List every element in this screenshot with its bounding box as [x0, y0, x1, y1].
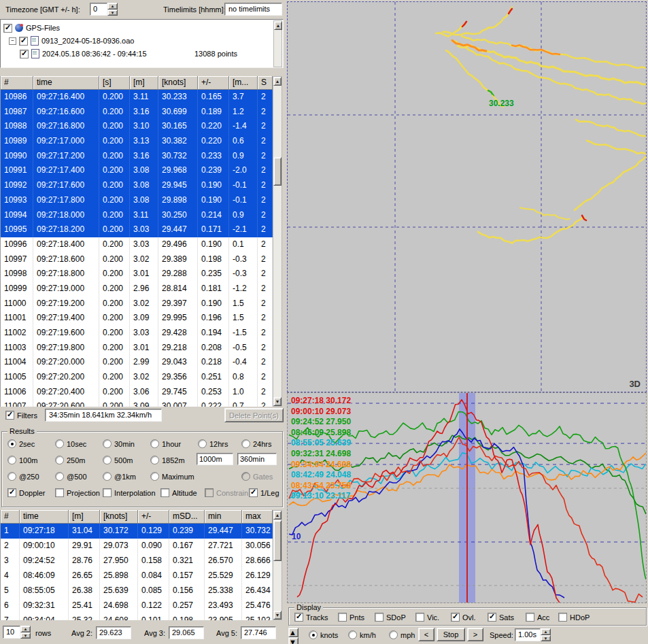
- result-gate-1km[interactable]: @1km: [103, 471, 136, 481]
- scroll-thumb[interactable]: [273, 157, 282, 186]
- scroll-up-icon[interactable]: ▲: [273, 77, 282, 86]
- unit-km-h[interactable]: km/h: [348, 630, 376, 640]
- table-row[interactable]: 1099909:27:19.0000.2002.9628.8140.181-1.…: [1, 282, 273, 296]
- results-table-scrollbar[interactable]: ▲ ▼: [273, 510, 282, 620]
- table-row[interactable]: 1099209:27:17.6000.2003.0829.9450.190-0.…: [1, 178, 273, 193]
- result-interval-30min[interactable]: 30min: [103, 439, 135, 449]
- check-icon[interactable]: [249, 488, 258, 497]
- rows-spinner[interactable]: 10 ▲ ▼: [3, 626, 31, 639]
- table-row[interactable]: 408:46:0926.6525.8980.0840.15725.52926.1…: [1, 569, 273, 583]
- column-header[interactable]: S: [258, 76, 273, 90]
- table-row[interactable]: 609:32:3125.4124.6980.1220.25723.49325.4…: [1, 598, 273, 613]
- timelimits-field[interactable]: no timelimits: [224, 3, 282, 16]
- table-row[interactable]: 508:55:0526.3825.6390.0850.15625.33826.4…: [1, 583, 273, 598]
- column-header[interactable]: #: [1, 510, 20, 524]
- column-header[interactable]: max: [242, 510, 273, 524]
- table-row[interactable]: 109:27:1831.0430.1720.1290.23929.44730.7…: [1, 524, 273, 539]
- column-header[interactable]: #: [1, 76, 33, 90]
- check-icon[interactable]: [415, 613, 424, 622]
- table-row[interactable]: 1098809:27:16.8000.2003.1030.1650.220-1.…: [1, 119, 273, 134]
- result-distance-500m[interactable]: 500m: [103, 455, 133, 465]
- column-header[interactable]: [knots]: [100, 510, 138, 524]
- result-gate-500[interactable]: @500: [55, 471, 87, 481]
- table-row[interactable]: 1099109:27:17.4000.2003.0829.9680.239-2.…: [1, 163, 273, 178]
- column-header[interactable]: [m]: [69, 510, 100, 524]
- replay-speed-value[interactable]: 1.00s: [515, 628, 541, 641]
- display-option-tracks[interactable]: Tracks: [294, 612, 328, 622]
- check-icon[interactable]: [375, 613, 383, 622]
- spin-up-icon[interactable]: ▲: [20, 626, 31, 632]
- table-row[interactable]: 309:24:5228.7627.9500.1580.32126.57028.6…: [1, 554, 273, 569]
- column-header[interactable]: +/-: [198, 76, 229, 90]
- gate-time-input[interactable]: [237, 453, 277, 465]
- step-back-button[interactable]: <: [418, 628, 434, 641]
- result-distance-250m[interactable]: 250m: [55, 455, 86, 465]
- tree-checkbox[interactable]: [20, 50, 29, 58]
- check-icon[interactable]: [488, 613, 496, 622]
- check-icon[interactable]: [558, 613, 567, 622]
- spin-down-icon[interactable]: ▼: [107, 10, 118, 16]
- spin-up-icon[interactable]: ▲: [288, 628, 299, 637]
- radio-icon[interactable]: [103, 472, 112, 481]
- table-row[interactable]: 1098709:27:16.6000.2003.1630.6990.1891.2…: [1, 105, 273, 120]
- speed-graph-panel[interactable]: 09:27:18 30.17209:00:10 29.07309:24:52 2…: [287, 392, 647, 603]
- option-projection[interactable]: Projection: [55, 488, 100, 498]
- radio-icon[interactable]: [348, 630, 357, 639]
- result-distance-1852m[interactable]: 1852m: [150, 455, 185, 465]
- check-icon[interactable]: [103, 488, 112, 497]
- tree-item-file[interactable]: − 0913_2024-05-18-0936.oao: [9, 35, 134, 46]
- table-row[interactable]: 1100309:27:19.8000.2003.0129.2180.208-0.…: [1, 341, 273, 356]
- gate-distance-input[interactable]: [197, 453, 233, 465]
- table-row[interactable]: 209:00:1029.9129.0730.0900.16727.72130.0…: [1, 539, 273, 554]
- check-icon[interactable]: [205, 488, 214, 497]
- result-distance-100m[interactable]: 100m: [7, 455, 38, 465]
- unit-mph[interactable]: mph: [389, 630, 415, 640]
- tree-item-session[interactable]: 2024.05.18 08:36:42 - 09:44:15: [20, 48, 147, 59]
- timezone-spinner[interactable]: 0 ▲ ▼: [90, 3, 118, 16]
- spin-down-icon[interactable]: ▼: [288, 637, 299, 644]
- table-row[interactable]: 1099409:27:18.0000.2003.1130.2500.2140.9…: [1, 208, 273, 223]
- scroll-up-icon[interactable]: ▲: [273, 511, 282, 520]
- scroll-down-icon[interactable]: ▼: [273, 611, 282, 620]
- result-interval-12hrs[interactable]: 12hrs: [198, 439, 228, 449]
- table-row[interactable]: 1099009:27:17.2000.2003.1630.7320.2330.9…: [1, 149, 273, 164]
- tree-checkbox[interactable]: [3, 24, 12, 33]
- table-row[interactable]: 1100609:27:20.4000.2003.0629.7450.2531.0…: [1, 385, 273, 400]
- result-interval-1hour[interactable]: 1hour: [150, 439, 181, 449]
- display-option-sats[interactable]: Sats: [488, 612, 514, 622]
- radio-icon[interactable]: [103, 456, 112, 464]
- radio-icon[interactable]: [7, 439, 16, 448]
- column-header[interactable]: mSD...: [169, 510, 205, 524]
- result-gate-maximum[interactable]: Maximum: [150, 471, 194, 481]
- track-map-3d-panel[interactable]: 30.233 3D: [287, 1, 647, 392]
- table-row[interactable]: 1100509:27:20.2000.2003.0229.3560.2510.8…: [1, 370, 273, 385]
- column-header[interactable]: time: [20, 510, 69, 524]
- radio-icon[interactable]: [55, 456, 64, 464]
- display-option-acc[interactable]: Acc: [526, 612, 549, 622]
- result-interval-24hrs[interactable]: 24hrs: [241, 439, 272, 449]
- radio-icon[interactable]: [150, 472, 159, 481]
- table-row[interactable]: 1100409:27:20.0000.2002.9929.0430.218-0.…: [1, 355, 273, 370]
- radio-icon[interactable]: [55, 439, 64, 448]
- column-header[interactable]: [m...: [229, 76, 258, 90]
- scroll-thumb[interactable]: [273, 520, 282, 561]
- result-gate-250[interactable]: @250: [7, 471, 39, 481]
- table-row[interactable]: 1099809:27:18.8000.2003.0129.2880.235-0.…: [1, 267, 273, 282]
- result-interval-10sec[interactable]: 10sec: [55, 439, 86, 449]
- column-header[interactable]: [knots]: [158, 76, 198, 90]
- scroll-down-icon[interactable]: ▼: [273, 397, 282, 406]
- collapse-icon[interactable]: −: [9, 37, 16, 45]
- display-option-pnts[interactable]: Pnts: [338, 612, 364, 622]
- points-table-scrollbar[interactable]: ▲ ▼: [273, 76, 282, 407]
- radio-icon[interactable]: [103, 439, 112, 448]
- table-row[interactable]: 1100709:27:20.6000.2003.0930.0070.2220.7…: [1, 399, 273, 407]
- option-interpolation[interactable]: Interpolation: [103, 488, 156, 498]
- table-row[interactable]: 1099309:27:17.8000.2003.0829.8980.190-0.…: [1, 193, 273, 208]
- table-row[interactable]: 1100109:27:19.4000.2003.0929.9950.1961.5…: [1, 311, 273, 326]
- column-header[interactable]: time: [33, 76, 99, 90]
- check-icon[interactable]: [526, 613, 534, 622]
- radio-icon[interactable]: [198, 439, 207, 448]
- tree-checkbox[interactable]: [19, 37, 28, 46]
- table-row[interactable]: 1099609:27:18.4000.2003.0329.4960.1900.1…: [1, 237, 273, 252]
- spin-up-icon[interactable]: ▲: [107, 3, 118, 10]
